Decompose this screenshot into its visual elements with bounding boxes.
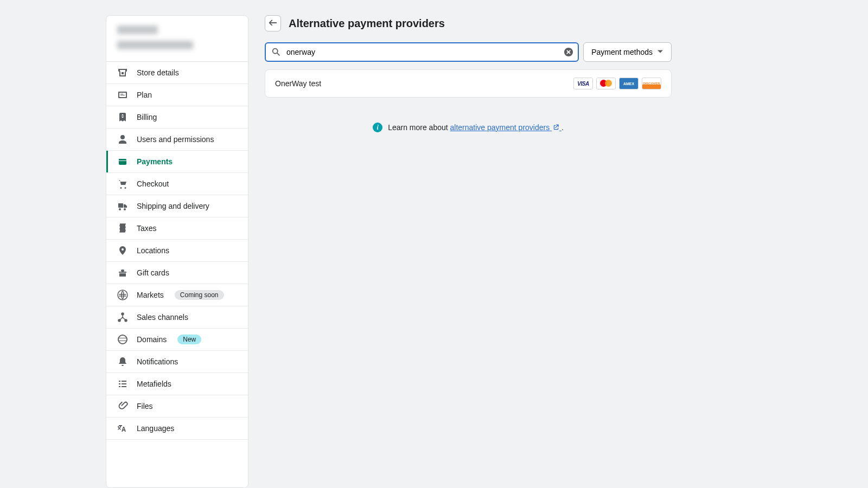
sidebar-item-files[interactable]: Files — [106, 395, 248, 418]
main-content: Alternative payment providers Payment me… — [248, 15, 688, 488]
caret-down-icon — [657, 48, 663, 56]
sidebar-item-label: Languages — [137, 424, 174, 433]
files-icon — [117, 401, 128, 412]
search-wrap — [265, 42, 579, 62]
sidebar-item-locations[interactable]: Locations — [106, 240, 248, 262]
page-header: Alternative payment providers — [265, 15, 672, 31]
notifications-icon — [117, 356, 128, 367]
sidebar-item-label: Files — [137, 402, 153, 410]
gift-icon — [117, 267, 128, 278]
badge: New — [177, 335, 201, 344]
supported-cards: VISA AMEX DISCOVER — [573, 78, 661, 89]
metafields-icon — [117, 378, 128, 389]
sidebar-item-sales-channels[interactable]: Sales channels — [106, 306, 248, 329]
sidebar-item-gift-cards[interactable]: Gift cards — [106, 262, 248, 284]
badge: Coming soon — [175, 290, 224, 300]
sidebar-item-label: Shipping and delivery — [137, 202, 209, 210]
sidebar-item-store-details[interactable]: Store details — [106, 62, 248, 84]
sidebar-header — [106, 16, 248, 62]
domains-icon — [117, 334, 128, 345]
mastercard-icon — [596, 78, 616, 89]
amex-icon: AMEX — [619, 78, 639, 89]
plan-icon — [117, 89, 128, 100]
learn-more-link-text: alternative payment providers — [450, 123, 550, 132]
sidebar-item-label: Billing — [137, 113, 157, 121]
learn-more-prefix: Learn more about — [388, 123, 450, 132]
sidebar-item-label: Domains — [137, 335, 167, 344]
info-icon: i — [373, 123, 382, 132]
settings-sidebar: Store detailsPlanBillingUsers and permis… — [106, 15, 248, 488]
locations-icon — [117, 245, 128, 256]
store-name-redacted — [117, 25, 158, 34]
store-icon — [117, 67, 128, 78]
sidebar-item-languages[interactable]: Languages — [106, 418, 248, 440]
discover-icon: DISCOVER — [642, 78, 661, 89]
payment-methods-filter[interactable]: Payment methods — [583, 42, 672, 62]
sidebar-item-notifications[interactable]: Notifications — [106, 351, 248, 373]
learn-more: i Learn more about alternative payment p… — [265, 123, 672, 132]
provider-name: OnerWay test — [275, 79, 321, 88]
search-row: Payment methods — [265, 42, 672, 62]
sidebar-item-label: Checkout — [137, 179, 169, 188]
sidebar-item-label: Metafields — [137, 380, 171, 388]
sidebar-item-users-and-permissions[interactable]: Users and permissions — [106, 129, 248, 151]
sidebar-item-label: Users and permissions — [137, 135, 214, 144]
sidebar-item-billing[interactable]: Billing — [106, 106, 248, 129]
arrow-left-icon — [268, 18, 278, 29]
sidebar-item-checkout[interactable]: Checkout — [106, 173, 248, 195]
sidebar-item-shipping-and-delivery[interactable]: Shipping and delivery — [106, 195, 248, 217]
sidebar-item-label: Gift cards — [137, 268, 169, 277]
billing-icon — [117, 112, 128, 123]
filter-label: Payment methods — [591, 48, 653, 56]
sidebar-nav: Store detailsPlanBillingUsers and permis… — [106, 62, 248, 440]
store-url-redacted — [117, 41, 193, 49]
sidebar-item-markets[interactable]: MarketsComing soon — [106, 284, 248, 306]
payments-icon — [117, 156, 128, 167]
learn-more-link[interactable]: alternative payment providers — [450, 123, 561, 132]
users-icon — [117, 134, 128, 145]
search-input[interactable] — [265, 42, 579, 62]
sidebar-item-metafields[interactable]: Metafields — [106, 373, 248, 395]
sidebar-item-taxes[interactable]: Taxes — [106, 217, 248, 240]
search-icon — [271, 47, 281, 57]
sidebar-item-label: Plan — [137, 91, 152, 99]
taxes-icon — [117, 223, 128, 234]
sidebar-item-domains[interactable]: DomainsNew — [106, 329, 248, 351]
shipping-icon — [117, 201, 128, 211]
sidebar-item-payments[interactable]: Payments — [106, 151, 248, 173]
sidebar-item-label: Taxes — [137, 224, 157, 233]
visa-icon: VISA — [573, 78, 593, 89]
sidebar-item-label: Locations — [137, 246, 169, 255]
learn-more-suffix: . — [561, 123, 564, 132]
sidebar-item-plan[interactable]: Plan — [106, 84, 248, 106]
sidebar-item-label: Notifications — [137, 357, 178, 366]
sidebar-item-label: Payments — [137, 157, 173, 166]
languages-icon — [117, 423, 128, 434]
external-link-icon — [553, 124, 559, 131]
channels-icon — [117, 312, 128, 323]
checkout-icon — [117, 178, 128, 189]
markets-icon — [117, 290, 128, 300]
clear-icon[interactable] — [564, 47, 573, 57]
sidebar-item-label: Store details — [137, 68, 179, 77]
sidebar-item-label: Markets — [137, 291, 164, 299]
provider-result[interactable]: OnerWay test VISA AMEX DISCOVER — [265, 69, 672, 98]
page-title: Alternative payment providers — [289, 17, 445, 30]
back-button[interactable] — [265, 15, 281, 31]
sidebar-item-label: Sales channels — [137, 313, 188, 322]
